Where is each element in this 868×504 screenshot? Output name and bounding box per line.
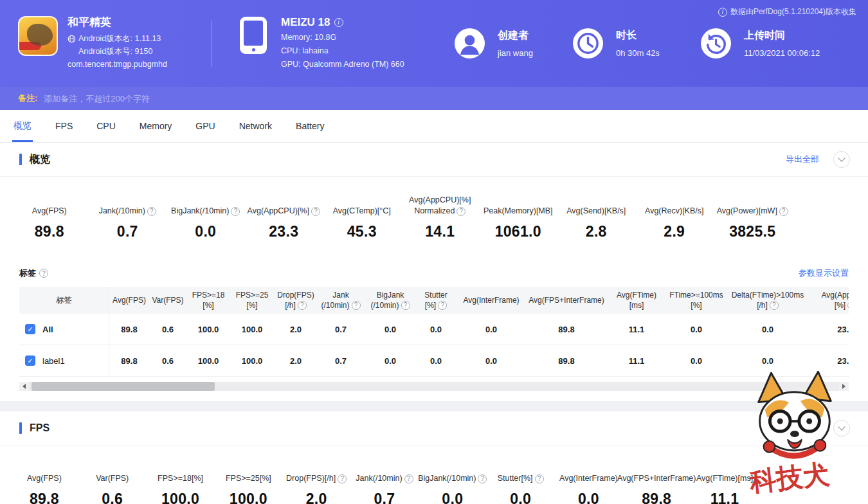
stat-label: Avg(FPS) <box>27 462 62 484</box>
note-input[interactable] <box>44 94 850 104</box>
column-header: Jank(/10min) <box>318 287 364 314</box>
help-icon[interactable] <box>231 207 240 216</box>
stat-label: FPS>=18[%] <box>158 462 203 484</box>
fps-title: FPS <box>30 422 50 434</box>
stat-value: 0.6 <box>102 491 123 504</box>
table-cell: 0.0 <box>417 314 455 345</box>
column-header-text: Drop(FPS) <box>277 290 314 300</box>
table-cell: 100.0 <box>230 314 274 345</box>
help-icon[interactable] <box>847 301 849 310</box>
column-header-text: Avg(FPS) <box>113 295 146 305</box>
stat-item: Avg(FPS+InterFrame)89.8 <box>622 462 691 504</box>
column-header: Delta(FTime)>100ms[/h] <box>725 287 810 314</box>
labels-table-header-row: Avg(FPS)Var(FPS)FPS>=18[%]FPS>=25[%]Drop… <box>109 287 849 314</box>
table-cell: 11.1 <box>606 314 667 345</box>
stat-label: Stutter[%] <box>498 462 544 484</box>
table-cell: 0.0 <box>725 345 810 376</box>
history-icon <box>701 28 731 59</box>
stat-label-text: Peak(Memory)[MB] <box>484 206 553 217</box>
tab-fps[interactable]: FPS <box>55 110 73 142</box>
stat-label-text: Drop(FPS)[/h] <box>286 473 347 484</box>
upload-time-label: 上传时间 <box>744 29 820 42</box>
help-icon[interactable] <box>478 474 487 483</box>
table-cell: 89.8 <box>109 345 149 376</box>
table-row: 89.80.6100.0100.02.00.70.00.00.089.811.1… <box>109 345 849 377</box>
column-header: Avg(FPS+InterFrame) <box>527 287 606 314</box>
tab-cpu[interactable]: CPU <box>96 110 116 142</box>
column-header-text: Avg(FTime) <box>617 290 656 300</box>
column-header: BigJank(/10min) <box>364 287 417 314</box>
tab-overview[interactable]: 概览 <box>14 110 32 142</box>
table-cell: 0.0 <box>725 314 810 345</box>
help-icon[interactable] <box>147 207 156 216</box>
help-icon[interactable] <box>535 474 544 483</box>
stat-item: Jank(/10min)0.7 <box>89 195 167 240</box>
column-header: Stutter[%] <box>417 287 455 314</box>
upload-time-block: 上传时间 11/03/2021 00:06:12 <box>701 28 820 59</box>
stat-item: Avg(AppCPU)[%]Normalized14.1 <box>401 195 480 240</box>
column-header: Var(FPS) <box>149 287 186 314</box>
row-label: label1 <box>42 356 65 366</box>
fps-collapse-button[interactable] <box>833 420 850 437</box>
stat-label-text: Avg(AppCPU)[%] <box>248 206 320 217</box>
tab-network[interactable]: Network <box>239 110 272 142</box>
export-all-link[interactable]: 导出全部 <box>786 154 819 165</box>
stat-label-text: Avg(CTemp)[°C] <box>333 206 391 217</box>
help-icon[interactable] <box>39 269 48 278</box>
scroll-right-arrow[interactable] <box>839 382 849 391</box>
help-icon[interactable] <box>338 474 347 483</box>
help-icon[interactable] <box>779 207 788 216</box>
column-header: Avg(InterFrame) <box>455 287 527 314</box>
help-icon[interactable] <box>438 301 447 310</box>
tab-gpu[interactable]: GPU <box>195 110 215 142</box>
stat-item: FPS>=25[%]100.0 <box>214 462 282 504</box>
stat-label-text: Avg(FPS) <box>32 206 67 217</box>
labels-header: 标签 参数显示设置 <box>0 262 868 287</box>
stat-label: Avg(InterFrame) <box>559 462 618 484</box>
stat-item: Avg(Send)[KB/s]2.8 <box>557 195 636 240</box>
device-block: MEIZU 18 Memory: 10.8G CPU: lahaina GPU:… <box>240 15 433 71</box>
app-block: 和平精英 Android版本名: 1.11.13 Android版本号: 915… <box>18 16 211 71</box>
stat-item: FPS>=18[%]100.0 <box>147 462 215 504</box>
column-header-text: [/h] <box>285 300 307 310</box>
row-checkbox[interactable] <box>25 356 35 366</box>
row-label: All <box>42 325 53 334</box>
labels-title: 标签 <box>19 267 36 279</box>
stat-label: Avg(Power)[mW] <box>717 195 788 217</box>
stat-label: BigJank(/10min) <box>418 462 487 484</box>
help-icon[interactable] <box>404 474 413 483</box>
help-icon[interactable] <box>401 301 410 310</box>
stat-label-text: Avg(Send)[KB/s] <box>566 206 626 217</box>
help-icon[interactable] <box>770 301 779 310</box>
help-icon[interactable] <box>352 301 361 310</box>
help-icon[interactable] <box>298 301 307 310</box>
help-icon[interactable] <box>457 207 466 216</box>
column-header-text: (/10min) <box>370 300 410 310</box>
device-info-icon[interactable] <box>334 18 343 27</box>
scrollbar-track[interactable] <box>29 382 839 391</box>
table-cell: 0.6 <box>149 314 186 345</box>
column-header-text: BigJank <box>377 290 404 300</box>
display-settings-link[interactable]: 参数显示设置 <box>799 267 849 279</box>
app-icon-badge <box>19 42 41 50</box>
stat-label-text: Avg(FTime)[ms] <box>696 473 753 484</box>
table-cell: 0.0 <box>364 345 417 376</box>
table-cell: 100.0 <box>186 314 230 345</box>
table-cell: 0.0 <box>417 345 455 376</box>
tab-battery[interactable]: Battery <box>296 110 324 142</box>
scrollbar-thumb[interactable] <box>32 382 215 391</box>
column-header-text: Avg(FPS+InterFrame) <box>529 295 604 305</box>
column-header: FPS>=18[%] <box>186 287 230 314</box>
stat-label: Jank(/10min) <box>99 195 156 217</box>
overview-collapse-button[interactable] <box>833 151 850 168</box>
help-icon[interactable] <box>311 207 320 216</box>
column-header-text: [%] <box>691 300 701 310</box>
tab-memory[interactable]: Memory <box>140 110 172 142</box>
row-checkbox[interactable] <box>25 324 35 334</box>
creator-value: jian wang <box>498 48 533 58</box>
overview-section: 概览 导出全部 Avg(FPS)89.8Jank(/10min)0.7BigJa… <box>0 143 868 401</box>
scroll-left-arrow[interactable] <box>19 382 29 391</box>
stat-value: 0.0 <box>442 491 463 504</box>
stat-item: Drop(FPS)[/h]2.0 <box>282 462 350 504</box>
stat-label: Avg(FPS) <box>32 195 67 217</box>
